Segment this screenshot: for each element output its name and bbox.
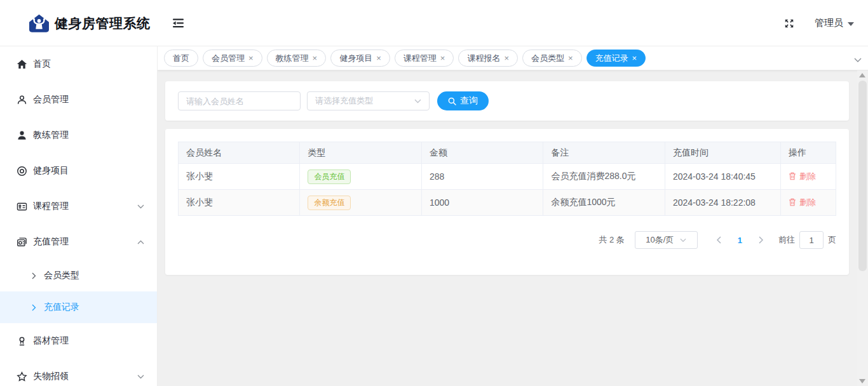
query-button[interactable]: 查询 — [437, 91, 489, 110]
chevron-right-icon — [759, 236, 764, 244]
sidebar-item-lost-found[interactable]: 失物招领 — [0, 359, 157, 386]
admin-label: 管理员 — [815, 17, 843, 29]
cell-member-name: 张小斐 — [179, 190, 300, 216]
tab-bar: 首页 会员管理 × 教练管理 × 健身项目 × 课程管理 × 课程报名 × 会员… — [158, 46, 868, 70]
sidebar-item-equipment[interactable]: 器材管理 — [0, 323, 157, 359]
chevron-down-icon — [414, 99, 421, 103]
fullscreen-arrows-icon[interactable] — [784, 18, 794, 29]
recharge-records-table: 会员姓名 类型 金额 备注 充值时间 操作 张小斐 会员充值 288 — [178, 142, 836, 216]
records-panel: 会员姓名 类型 金额 备注 充值时间 操作 张小斐 会员充值 288 — [165, 129, 849, 275]
tab-course-signup[interactable]: 课程报名 × — [458, 50, 518, 67]
col-member-name: 会员姓名 — [179, 142, 300, 164]
close-tab-icon[interactable]: × — [248, 54, 254, 62]
home-icon — [17, 59, 27, 70]
cell-type: 余额充值 — [300, 190, 421, 216]
close-tab-icon[interactable]: × — [376, 54, 381, 62]
user-menu[interactable]: 管理员 — [815, 17, 854, 29]
sidebar-item-members[interactable]: 会员管理 — [0, 82, 157, 117]
equipment-stamp-icon — [17, 336, 27, 347]
tab-member-mgmt[interactable]: 会员管理 × — [203, 50, 262, 67]
delete-button[interactable]: 删除 — [789, 197, 816, 208]
search-panel: 请选择充值类型 查询 — [165, 81, 849, 121]
scrollbar-thumb[interactable] — [858, 81, 867, 271]
page-unit-label: 页 — [828, 234, 836, 246]
col-type: 类型 — [300, 142, 421, 164]
sidebar-item-coaches[interactable]: 教练管理 — [0, 117, 157, 153]
sidebar-subitem-recharge-records[interactable]: 充值记录 — [0, 291, 157, 323]
close-tab-icon[interactable]: × — [568, 54, 573, 62]
scroll-up-arrow-icon[interactable] — [859, 73, 865, 77]
trash-icon — [789, 198, 796, 206]
fitness-target-icon — [17, 166, 27, 176]
col-amount: 金额 — [421, 142, 543, 164]
vertical-scrollbar[interactable] — [857, 70, 868, 386]
goto-page: 前往 页 — [778, 231, 836, 249]
magnifier-icon — [448, 97, 456, 105]
type-tag-success: 会员充值 — [308, 170, 351, 184]
cell-amount: 288 — [421, 164, 543, 190]
menu-fold-icon[interactable] — [173, 18, 184, 28]
scroll-down-arrow-icon[interactable] — [859, 379, 865, 383]
cell-actions: 删除 — [781, 164, 836, 190]
recharge-type-select[interactable]: 请选择充值类型 — [307, 91, 430, 110]
chevron-down-icon — [137, 204, 144, 209]
col-actions: 操作 — [781, 142, 836, 164]
page-size-select[interactable]: 10条/页 — [635, 231, 698, 249]
pagination: 共 2 条 10条/页 1 — [178, 231, 836, 249]
chevron-down-icon — [680, 238, 686, 243]
cell-amount: 1000 — [421, 190, 543, 216]
chevron-down-icon — [137, 375, 144, 379]
table-row: 张小斐 会员充值 288 会员充值消费288.0元 2024-03-24 18:… — [179, 164, 836, 190]
app-window: 健身房管理系统 管理员 — [0, 0, 868, 386]
col-remark: 备注 — [543, 142, 665, 164]
cell-member-name: 张小斐 — [179, 164, 300, 190]
sidebar-subitem-member-types[interactable]: 会员类型 — [0, 260, 157, 291]
main-content: 请选择充值类型 查询 会 — [158, 70, 857, 386]
sidebar: 首页 会员管理 教练管理 健身项目 — [0, 46, 158, 386]
goto-page-input[interactable] — [799, 231, 824, 249]
close-tab-icon[interactable]: × — [504, 54, 509, 62]
table-header-row: 会员姓名 类型 金额 备注 充值时间 操作 — [179, 142, 836, 164]
course-card-icon — [17, 201, 27, 212]
tab-overflow-chevron-icon[interactable] — [854, 54, 862, 65]
sidebar-item-courses[interactable]: 课程管理 — [0, 189, 157, 224]
recharge-card-icon — [17, 237, 27, 248]
coach-person-icon — [17, 130, 27, 141]
pagination-total: 共 2 条 — [599, 234, 624, 246]
chevron-up-icon — [137, 240, 144, 244]
tab-member-types[interactable]: 会员类型 × — [522, 50, 582, 67]
arrow-right-icon — [32, 272, 36, 279]
close-tab-icon[interactable]: × — [632, 54, 637, 62]
sidebar-item-home[interactable]: 首页 — [0, 46, 157, 82]
goto-label: 前往 — [778, 234, 795, 246]
header-actions: 管理员 — [784, 0, 854, 46]
close-tab-icon[interactable]: × — [313, 54, 318, 62]
tab-course-mgmt[interactable]: 课程管理 × — [395, 50, 454, 67]
next-page-button[interactable] — [750, 236, 772, 244]
arrow-right-icon — [32, 304, 36, 311]
delete-button[interactable]: 删除 — [789, 171, 816, 182]
cell-remark: 会员充值消费288.0元 — [543, 164, 665, 190]
lost-found-star-icon — [17, 371, 27, 382]
prev-page-button[interactable] — [708, 236, 729, 244]
current-page[interactable]: 1 — [729, 236, 750, 245]
member-name-input[interactable] — [178, 91, 301, 110]
tab-coach-mgmt[interactable]: 教练管理 × — [267, 50, 327, 67]
cell-actions: 删除 — [781, 190, 836, 216]
tab-home[interactable]: 首页 — [164, 50, 198, 67]
sidebar-item-recharge[interactable]: 充值管理 — [0, 224, 157, 260]
trash-icon — [789, 172, 796, 180]
cell-type: 会员充值 — [300, 164, 421, 190]
cell-remark: 余额充值1000元 — [543, 190, 665, 216]
cell-recharge-time: 2024-03-24 18:22:08 — [665, 190, 780, 216]
gym-house-logo-icon — [29, 14, 49, 32]
cell-recharge-time: 2024-03-24 18:40:45 — [665, 164, 780, 190]
col-recharge-time: 充值时间 — [665, 142, 780, 164]
tab-fitness-projects[interactable]: 健身项目 × — [330, 50, 390, 67]
app-header: 健身房管理系统 管理员 — [0, 0, 868, 46]
sidebar-item-fitness-projects[interactable]: 健身项目 — [0, 153, 157, 189]
tab-recharge-records[interactable]: 充值记录 × — [587, 50, 646, 67]
chevron-left-icon — [716, 236, 721, 244]
table-row: 张小斐 余额充值 1000 余额充值1000元 2024-03-24 18:22… — [179, 190, 836, 216]
close-tab-icon[interactable]: × — [440, 54, 445, 62]
